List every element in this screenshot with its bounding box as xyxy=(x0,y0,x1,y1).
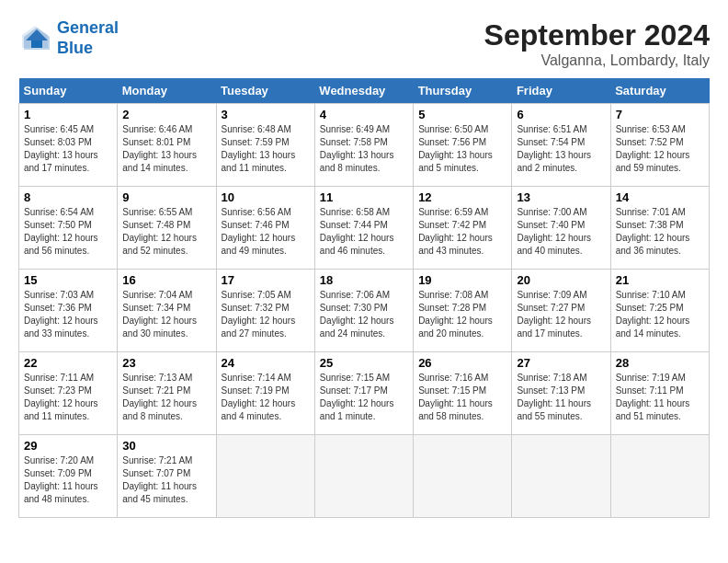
day-number: 20 xyxy=(517,273,605,287)
day-info: Sunrise: 6:51 AM Sunset: 7:54 PM Dayligh… xyxy=(517,123,605,175)
day-cell-11: 11Sunrise: 6:58 AM Sunset: 7:44 PM Dayli… xyxy=(314,187,413,270)
day-number: 21 xyxy=(616,273,704,287)
day-info: Sunrise: 7:00 AM Sunset: 7:40 PM Dayligh… xyxy=(517,206,605,258)
day-info: Sunrise: 7:16 AM Sunset: 7:15 PM Dayligh… xyxy=(418,372,506,423)
day-cell-28: 28Sunrise: 7:19 AM Sunset: 7:11 PM Dayli… xyxy=(610,352,709,435)
day-number: 4 xyxy=(320,108,408,121)
day-number: 16 xyxy=(122,273,210,287)
day-info: Sunrise: 7:15 AM Sunset: 7:17 PM Dayligh… xyxy=(320,372,408,423)
svg-marker-4 xyxy=(31,40,42,48)
calendar-week-2: 8Sunrise: 6:54 AM Sunset: 7:50 PM Daylig… xyxy=(19,187,710,270)
day-cell-29: 29Sunrise: 7:20 AM Sunset: 7:09 PM Dayli… xyxy=(19,435,118,518)
title-block: September 2024 Valganna, Lombardy, Italy xyxy=(484,18,710,69)
day-info: Sunrise: 6:55 AM Sunset: 7:48 PM Dayligh… xyxy=(122,206,210,258)
day-number: 28 xyxy=(616,356,704,370)
empty-cell xyxy=(414,435,512,518)
day-info: Sunrise: 6:56 AM Sunset: 7:46 PM Dayligh… xyxy=(222,206,310,258)
empty-cell xyxy=(314,435,413,518)
day-info: Sunrise: 7:14 AM Sunset: 7:19 PM Dayligh… xyxy=(222,372,310,423)
day-number: 12 xyxy=(418,190,506,204)
day-number: 19 xyxy=(418,273,506,287)
day-cell-13: 13Sunrise: 7:00 AM Sunset: 7:40 PM Dayli… xyxy=(512,187,610,270)
day-cell-30: 30Sunrise: 7:21 AM Sunset: 7:07 PM Dayli… xyxy=(118,435,216,518)
day-number: 15 xyxy=(24,273,112,287)
page-header: General Blue September 2024 Valganna, Lo… xyxy=(18,18,710,69)
calendar-body: 1Sunrise: 6:45 AM Sunset: 8:03 PM Daylig… xyxy=(19,104,710,518)
day-number: 9 xyxy=(122,190,210,204)
day-number: 7 xyxy=(616,108,704,121)
day-info: Sunrise: 7:06 AM Sunset: 7:30 PM Dayligh… xyxy=(320,289,408,340)
day-info: Sunrise: 7:09 AM Sunset: 7:27 PM Dayligh… xyxy=(517,289,605,340)
day-info: Sunrise: 7:21 AM Sunset: 7:07 PM Dayligh… xyxy=(122,454,210,506)
day-info: Sunrise: 7:08 AM Sunset: 7:28 PM Dayligh… xyxy=(418,289,506,340)
day-info: Sunrise: 6:54 AM Sunset: 7:50 PM Dayligh… xyxy=(24,206,112,258)
day-cell-17: 17Sunrise: 7:05 AM Sunset: 7:32 PM Dayli… xyxy=(216,270,314,352)
day-cell-1: 1Sunrise: 6:45 AM Sunset: 8:03 PM Daylig… xyxy=(19,104,118,187)
day-cell-12: 12Sunrise: 6:59 AM Sunset: 7:42 PM Dayli… xyxy=(414,187,512,270)
empty-cell xyxy=(610,435,709,518)
day-number: 23 xyxy=(122,356,210,370)
logo-icon xyxy=(18,22,51,55)
day-number: 1 xyxy=(24,108,112,121)
day-info: Sunrise: 6:50 AM Sunset: 7:56 PM Dayligh… xyxy=(418,123,506,175)
calendar-week-1: 1Sunrise: 6:45 AM Sunset: 8:03 PM Daylig… xyxy=(19,104,710,187)
day-number: 27 xyxy=(517,356,605,370)
empty-cell xyxy=(512,435,610,518)
day-number: 18 xyxy=(320,273,408,287)
day-number: 17 xyxy=(222,273,310,287)
day-number: 13 xyxy=(517,190,605,204)
calendar-week-3: 15Sunrise: 7:03 AM Sunset: 7:36 PM Dayli… xyxy=(19,270,710,352)
day-cell-9: 9Sunrise: 6:55 AM Sunset: 7:48 PM Daylig… xyxy=(118,187,216,270)
day-info: Sunrise: 7:19 AM Sunset: 7:11 PM Dayligh… xyxy=(616,372,704,423)
day-cell-16: 16Sunrise: 7:04 AM Sunset: 7:34 PM Dayli… xyxy=(118,270,216,352)
day-number: 26 xyxy=(418,356,506,370)
day-cell-14: 14Sunrise: 7:01 AM Sunset: 7:38 PM Dayli… xyxy=(610,187,709,270)
day-info: Sunrise: 7:01 AM Sunset: 7:38 PM Dayligh… xyxy=(616,206,704,258)
day-info: Sunrise: 6:58 AM Sunset: 7:44 PM Dayligh… xyxy=(320,206,408,258)
day-info: Sunrise: 6:49 AM Sunset: 7:58 PM Dayligh… xyxy=(320,123,408,175)
day-cell-19: 19Sunrise: 7:08 AM Sunset: 7:28 PM Dayli… xyxy=(414,270,512,352)
day-number: 25 xyxy=(320,356,408,370)
calendar-week-4: 22Sunrise: 7:11 AM Sunset: 7:23 PM Dayli… xyxy=(19,352,710,435)
day-info: Sunrise: 7:18 AM Sunset: 7:13 PM Dayligh… xyxy=(517,372,605,423)
day-info: Sunrise: 7:13 AM Sunset: 7:21 PM Dayligh… xyxy=(122,372,210,423)
day-info: Sunrise: 7:05 AM Sunset: 7:32 PM Dayligh… xyxy=(222,289,310,340)
calendar-week-5: 29Sunrise: 7:20 AM Sunset: 7:09 PM Dayli… xyxy=(19,435,710,518)
col-wednesday: Wednesday xyxy=(314,78,413,104)
day-cell-3: 3Sunrise: 6:48 AM Sunset: 7:59 PM Daylig… xyxy=(216,104,314,187)
day-number: 2 xyxy=(122,108,210,121)
day-cell-23: 23Sunrise: 7:13 AM Sunset: 7:21 PM Dayli… xyxy=(118,352,216,435)
day-cell-24: 24Sunrise: 7:14 AM Sunset: 7:19 PM Dayli… xyxy=(216,352,314,435)
day-number: 14 xyxy=(616,190,704,204)
day-number: 3 xyxy=(222,108,310,121)
day-info: Sunrise: 6:53 AM Sunset: 7:52 PM Dayligh… xyxy=(616,123,704,175)
day-number: 29 xyxy=(24,439,112,453)
day-number: 24 xyxy=(222,356,310,370)
day-cell-27: 27Sunrise: 7:18 AM Sunset: 7:13 PM Dayli… xyxy=(512,352,610,435)
month-title: September 2024 xyxy=(484,18,710,52)
day-info: Sunrise: 6:48 AM Sunset: 7:59 PM Dayligh… xyxy=(222,123,310,175)
day-cell-4: 4Sunrise: 6:49 AM Sunset: 7:58 PM Daylig… xyxy=(314,104,413,187)
col-monday: Monday xyxy=(118,78,216,104)
day-number: 5 xyxy=(418,108,506,121)
day-info: Sunrise: 7:10 AM Sunset: 7:25 PM Dayligh… xyxy=(616,289,704,340)
col-friday: Friday xyxy=(512,78,610,104)
day-cell-26: 26Sunrise: 7:16 AM Sunset: 7:15 PM Dayli… xyxy=(414,352,512,435)
day-number: 30 xyxy=(122,439,210,453)
col-tuesday: Tuesday xyxy=(216,78,314,104)
day-cell-22: 22Sunrise: 7:11 AM Sunset: 7:23 PM Dayli… xyxy=(19,352,118,435)
day-cell-6: 6Sunrise: 6:51 AM Sunset: 7:54 PM Daylig… xyxy=(512,104,610,187)
calendar-header-row: Sunday Monday Tuesday Wednesday Thursday… xyxy=(19,78,710,104)
col-saturday: Saturday xyxy=(610,78,709,104)
day-cell-20: 20Sunrise: 7:09 AM Sunset: 7:27 PM Dayli… xyxy=(512,270,610,352)
logo-text: General Blue xyxy=(57,18,119,58)
day-number: 10 xyxy=(222,190,310,204)
day-cell-7: 7Sunrise: 6:53 AM Sunset: 7:52 PM Daylig… xyxy=(610,104,709,187)
day-info: Sunrise: 7:20 AM Sunset: 7:09 PM Dayligh… xyxy=(24,454,112,506)
day-number: 11 xyxy=(320,190,408,204)
logo: General Blue xyxy=(18,18,119,58)
day-cell-21: 21Sunrise: 7:10 AM Sunset: 7:25 PM Dayli… xyxy=(610,270,709,352)
day-info: Sunrise: 7:03 AM Sunset: 7:36 PM Dayligh… xyxy=(24,289,112,340)
day-number: 6 xyxy=(517,108,605,121)
day-cell-8: 8Sunrise: 6:54 AM Sunset: 7:50 PM Daylig… xyxy=(19,187,118,270)
